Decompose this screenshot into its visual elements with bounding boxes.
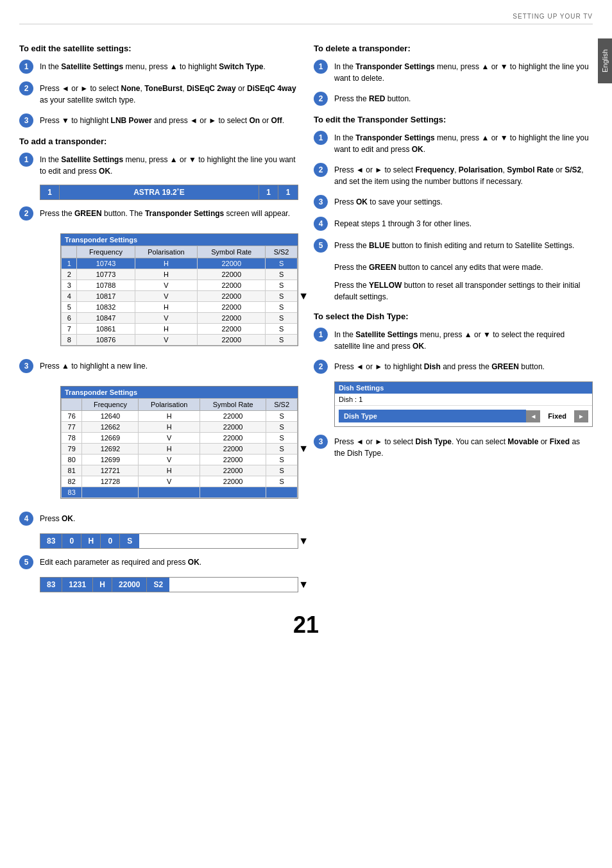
extra-note-yellow: Press the YELLOW button to reset all tra… (334, 278, 593, 303)
row-pol: H (135, 324, 198, 335)
dish-value: 1 (359, 396, 362, 403)
transponder-table2: Transponder Settings Frequency Polarisat… (60, 386, 298, 499)
step-del-2: 2 Press the RED button. (314, 92, 593, 106)
row-pol: H (139, 411, 200, 422)
transponder-table1-title: Transponder Settings (61, 234, 298, 246)
col-header-freq: Frequency (77, 246, 135, 258)
transponder-table1-table: Frequency Polarisation Symbol Rate S/S2 … (61, 246, 298, 346)
table-row: 5 10832 H 22000 S (62, 302, 298, 313)
row-sr: 22000 (198, 302, 266, 313)
row-freq: 12699 (82, 455, 139, 465)
row-ss2: S (266, 433, 298, 444)
row-ss2: S (266, 422, 298, 433)
ok-bar-pol: H (81, 534, 101, 548)
row-num: 3 (62, 280, 77, 291)
dish-type-arrow-left[interactable]: ◄ (526, 410, 540, 422)
page-header-title: SETTING UP YOUR TV (513, 13, 593, 20)
top-bar: SETTING UP YOUR TV (19, 13, 593, 24)
step-num-add-4: 4 (19, 512, 33, 526)
table-row: 1 10743 H 22000 S (62, 258, 298, 269)
row-ss2: S (266, 465, 298, 476)
row-freq: 10788 (77, 280, 135, 291)
row-pol: V (135, 335, 198, 346)
ok-bar-wrapper: 83 0 H 0 S ▼ (19, 533, 298, 549)
row-pol: H (135, 269, 198, 280)
row-freq (82, 487, 139, 498)
row-pol: H (139, 444, 200, 455)
row-pol: H (139, 465, 200, 476)
step-text-del-1: In the Transponder Settings menu, press … (334, 60, 593, 84)
edited-bar-s: S2 (147, 578, 169, 592)
astra-bar-num: 1 (40, 185, 60, 199)
scroll-down-arrow2: ▼ (298, 443, 309, 455)
astra-bar-val1: 1 (259, 185, 278, 199)
edited-bar-num: 83 (40, 578, 62, 592)
ok-bar-freq: 0 (62, 534, 81, 548)
row-ss2: S (266, 476, 298, 487)
dish-panel-wrapper: Dish Settings Dish : 1 Dish Type ◄ Fixed… (334, 381, 593, 427)
step-text-dish-3: Press ◄ or ► to select Dish Type. You ca… (334, 435, 593, 459)
right-column: To delete a transponder: 1 In the Transp… (314, 35, 593, 599)
col-header-ss2: S/S2 (266, 246, 298, 258)
row-pol (139, 487, 200, 498)
row-freq: 10773 (77, 269, 135, 280)
col2-header-ss2: S/S2 (266, 399, 298, 411)
step-edit-tp-1: 1 In the Transponder Settings menu, pres… (314, 131, 593, 155)
row-sr: 22000 (200, 444, 266, 455)
row-freq: 10743 (77, 258, 135, 269)
step-add-tp-1: 1 In the Satellite Settings menu, press … (19, 153, 298, 177)
table-row: 79 12692 H 22000 S (62, 444, 298, 455)
table-row: 76 12640 H 22000 S (62, 411, 298, 422)
step-add-tp-4: 4 Press OK. (19, 512, 298, 526)
table-row: 2 10773 H 22000 S (62, 269, 298, 280)
scroll-arrow-ok: ▼ (298, 535, 309, 547)
row-sr: 22000 (198, 291, 266, 302)
content-columns: To edit the satellite settings: 1 In the… (19, 35, 593, 599)
edited-bar: 83 1231 H 22000 S2 (40, 577, 298, 592)
col2-header-sr: Symbol Rate (200, 399, 266, 411)
step-edit-tp-5: 5 Press the BLUE button to finish editin… (314, 238, 593, 253)
step-text-add-3: Press ▲ to highlight a new line. (40, 359, 148, 372)
row-ss2: S (266, 313, 298, 324)
step-text-edit-sat-1: In the Satellite Settings menu, press ▲ … (40, 60, 266, 72)
step-num-dish-3: 3 (314, 435, 328, 449)
dish-panel-title: Dish Settings (335, 382, 592, 394)
row-num: 1 (62, 258, 77, 269)
row-num: 82 (62, 476, 82, 487)
row-num: 76 (62, 411, 82, 422)
row-num: 79 (62, 444, 82, 455)
row-freq: 12728 (82, 476, 139, 487)
step-dish-3: 3 Press ◄ or ► to select Dish Type. You … (314, 435, 593, 459)
step-num-edit-tp-4: 4 (314, 217, 328, 231)
table-row: 7 10861 H 22000 S (62, 324, 298, 335)
row-pol: H (135, 258, 198, 269)
step-number-2: 2 (19, 81, 33, 96)
section-edit-satellite-title: To edit the satellite settings: (19, 44, 298, 53)
step-text-add-2: Press the GREEN button. The Transponder … (40, 206, 290, 219)
row-freq: 10847 (77, 313, 135, 324)
astra-bar-val2: 1 (278, 185, 298, 199)
row-ss2 (266, 487, 298, 498)
table-row: 8 10876 V 22000 S (62, 335, 298, 346)
row-pol: H (139, 422, 200, 433)
step-num-edit-tp-2: 2 (314, 163, 328, 177)
ok-bar-num: 83 (40, 534, 62, 548)
step-dish-1: 1 In the Satellite Settings menu, press … (314, 328, 593, 352)
row-sr: 22000 (200, 433, 266, 444)
row-pol: V (139, 455, 200, 465)
row-sr: 22000 (198, 335, 266, 346)
col2-header-num (62, 399, 82, 411)
dish-type-arrow-right[interactable]: ► (574, 410, 588, 422)
extra-note-green: Press the GREEN button to cancel any edi… (334, 260, 593, 273)
col2-header-pol: Polarisation (139, 399, 200, 411)
row-sr: 22000 (198, 269, 266, 280)
row-freq: 12692 (82, 444, 139, 455)
step-text-edit-tp-4: Repeat steps 1 through 3 for other lines… (334, 217, 472, 230)
row-sr (200, 487, 266, 498)
step-num-edit-tp-3: 3 (314, 195, 328, 209)
step-edit-sat-3: 3 Press ▼ to highlight LNB Power and pre… (19, 113, 298, 128)
row-num: 6 (62, 313, 77, 324)
step-text-add-5: Edit each parameter as required and pres… (40, 555, 201, 568)
row-pol: V (135, 291, 198, 302)
section-delete-tp-title: To delete a transponder: (314, 44, 593, 53)
